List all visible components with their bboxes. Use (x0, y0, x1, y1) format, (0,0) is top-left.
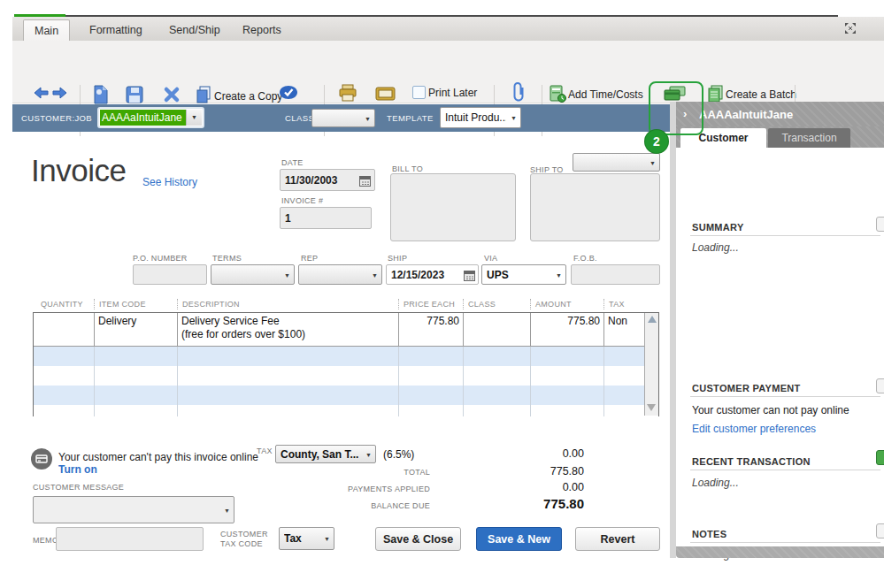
memo-field[interactable] (56, 527, 204, 551)
online-payment-icon (31, 448, 52, 470)
fob-field[interactable] (571, 264, 660, 285)
template-dropdown[interactable]: Intuit Produ...▼ (440, 107, 521, 128)
panel-customer-name: AAAAaIntuitJane (699, 108, 793, 121)
summary-edit-button[interactable] (876, 217, 884, 232)
summary-section-label: SUMMARY (692, 222, 744, 233)
collapse-ribbon-icon[interactable] (844, 22, 857, 38)
back-arrow-icon[interactable] (34, 87, 49, 103)
cell-tax[interactable]: Non (604, 313, 647, 346)
ship-to-dropdown[interactable]: ▼ (573, 153, 660, 172)
memo-label: MEMO (33, 536, 58, 545)
attach-file-icon (511, 81, 525, 107)
scroll-down-icon[interactable] (647, 404, 656, 411)
customer-tax-code-dropdown[interactable]: Tax▼ (279, 527, 334, 550)
column-header-price-each: PRICE EACH (404, 300, 455, 309)
ship-date-field[interactable]: 12/15/2023 (386, 264, 479, 285)
print-later-label: Print Later (428, 88, 477, 99)
panel-tab-bar: Customer Transaction (676, 126, 884, 148)
customer-message-dropdown[interactable]: ▼ (33, 496, 234, 523)
customer-job-selected-value: AAAAaIntuitJane (100, 110, 186, 126)
create-copy-button[interactable]: Create a Copy (214, 91, 282, 103)
save-new-button[interactable]: Save & New (476, 527, 562, 551)
recent-transaction-section-label: RECENT TRANSACTION (692, 456, 811, 467)
revert-button[interactable]: Revert (575, 527, 660, 551)
empty-table-row[interactable] (34, 386, 658, 405)
po-number-field[interactable] (133, 264, 207, 285)
empty-table-row[interactable] (34, 405, 658, 416)
total-label: TOTAL (257, 468, 430, 477)
customer-job-label: CUSTOMER:JOB (21, 113, 92, 123)
po-number-label: P.O. NUMBER (133, 254, 188, 263)
customer-payment-edit-button[interactable] (876, 378, 884, 393)
line-items-table: Delivery Delivery Service Fee (free for … (33, 312, 659, 416)
date-label: DATE (281, 158, 304, 167)
customer-tax-code-label: CUSTOMER TAX CODE (220, 530, 272, 549)
section-divider (690, 396, 880, 397)
section-divider (690, 235, 880, 236)
add-time-costs-button[interactable]: Add Time/Costs (568, 89, 643, 101)
invoice-number-field[interactable]: 1 (280, 207, 372, 229)
via-dropdown[interactable]: UPS▼ (481, 264, 566, 285)
column-header-quantity: QUANTITY (41, 300, 83, 309)
customer-message-label: CUSTOMER MESSAGE (33, 483, 124, 492)
cell-amount[interactable]: 775.80 (531, 313, 604, 346)
tab-reports[interactable]: Reports (232, 19, 292, 41)
cell-price-each[interactable]: 775.80 (399, 313, 464, 346)
turn-on-link[interactable]: Turn on (58, 463, 97, 476)
tab-formatting[interactable]: Formatting (79, 19, 153, 41)
recent-transaction-edit-button[interactable] (876, 450, 884, 465)
empty-table-row[interactable] (34, 347, 658, 366)
payments-applied-value: 0.00 (407, 481, 584, 493)
quickbooks-invoice-window: Main Formatting Send/Ship Reports Find N… (0, 0, 884, 588)
table-row[interactable]: Delivery Delivery Service Fee (free for … (34, 313, 658, 347)
cell-description[interactable]: Delivery Service Fee (free for orders ov… (178, 313, 399, 346)
print-later-checkbox[interactable] (412, 86, 426, 99)
tab-send-ship[interactable]: Send/Ship (158, 19, 231, 41)
payments-applied-label: PAYMENTS APPLIED (257, 485, 430, 493)
rep-dropdown[interactable]: ▼ (298, 264, 382, 285)
customer-job-dropdown[interactable]: AAAAaIntuitJane ▼ (97, 107, 204, 128)
see-history-link[interactable]: See History (142, 176, 197, 188)
calendar-icon[interactable] (464, 269, 475, 285)
total-value: 775.80 (407, 465, 584, 477)
panel-tab-transaction[interactable]: Transaction (768, 128, 850, 148)
customer-side-panel: › AAAAaIntuitJane Customer Transaction S… (670, 102, 884, 558)
scroll-up-icon[interactable] (648, 316, 657, 323)
cell-item-code[interactable]: Delivery (95, 313, 178, 346)
tab-main[interactable]: Main (23, 19, 70, 42)
panel-bottom-bar (676, 546, 884, 558)
cell-quantity[interactable] (34, 313, 95, 346)
customer-job-dropdown-arrow[interactable]: ▼ (186, 110, 202, 126)
email-icon (375, 87, 396, 104)
step-2-badge: 2 (645, 130, 668, 153)
column-header-description: DESCRIPTION (182, 300, 240, 309)
create-batch-button[interactable]: Create a Batch (726, 89, 796, 101)
forward-arrow-icon[interactable] (52, 87, 67, 103)
customer-payment-text: Your customer can not pay online (692, 404, 849, 416)
tax-amount: 0.00 (407, 447, 584, 460)
notes-edit-button[interactable] (876, 523, 884, 538)
ship-to-box[interactable] (530, 173, 660, 241)
via-selected-value: UPS (487, 269, 551, 281)
save-close-button[interactable]: Save & Close (375, 527, 461, 551)
ribbon-tab-bar: Main Formatting Send/Ship Reports (12, 17, 884, 42)
ribbon-toolbar: Find New Save ▼ Delete ▼ Create a Copy M… (12, 41, 884, 103)
customer-tax-code-value: Tax (284, 532, 319, 545)
payment-notice-text: Your customer can't pay this invoice onl… (58, 451, 258, 463)
page-title: Invoice (31, 153, 126, 188)
bill-to-box[interactable] (390, 173, 516, 241)
terms-dropdown[interactable]: ▼ (211, 264, 295, 285)
class-dropdown[interactable]: ▼ (311, 109, 375, 127)
tax-label: TAX (257, 447, 273, 455)
cell-class[interactable] (464, 313, 531, 346)
bill-to-label: BILL TO (392, 164, 423, 173)
calendar-icon[interactable] (359, 174, 371, 190)
edit-customer-preferences-link[interactable]: Edit customer preferences (692, 423, 816, 435)
column-header-amount: AMOUNT (535, 300, 572, 309)
section-divider (690, 542, 880, 543)
date-field[interactable]: 11/30/2003 (280, 169, 375, 191)
table-scrollbar[interactable] (644, 313, 658, 416)
empty-table-row[interactable] (34, 366, 658, 386)
tax-dropdown[interactable]: County, San T...▼ (275, 445, 376, 463)
notes-section-label: NOTES (692, 529, 726, 539)
